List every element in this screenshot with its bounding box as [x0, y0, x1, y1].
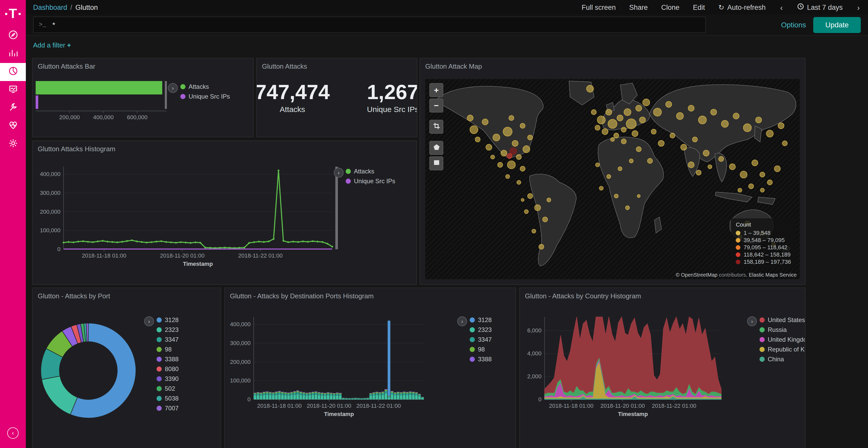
legend-item[interactable]: 3128 — [157, 316, 179, 323]
legend-item[interactable]: Russia — [760, 326, 805, 334]
map-bubble[interactable] — [602, 129, 608, 134]
map-bubble[interactable] — [766, 130, 773, 137]
map-bubble[interactable] — [666, 101, 672, 107]
legend-toggle-chevron[interactable]: › — [747, 316, 757, 326]
map-bubble[interactable] — [721, 120, 728, 127]
map-bubble[interactable] — [534, 205, 540, 211]
legend-item[interactable]: Unique Src IPs — [180, 93, 230, 100]
map-bubble[interactable] — [611, 138, 615, 142]
map-bubble[interactable] — [617, 115, 623, 121]
map-bubble[interactable] — [698, 116, 706, 124]
map-bubble[interactable] — [528, 135, 532, 140]
map-bubble[interactable] — [599, 186, 603, 191]
map-bubble[interactable] — [643, 99, 650, 106]
legend-item[interactable]: China — [760, 356, 805, 363]
legend-item[interactable]: 7007 — [157, 405, 179, 412]
map-bubble[interactable] — [636, 105, 642, 111]
legend-toggle-chevron[interactable]: › — [457, 316, 467, 326]
map-bubble[interactable] — [491, 155, 495, 159]
attacks-histogram-chart[interactable]: 0100,000200,000300,000400,0002018-11-18 … — [37, 161, 347, 279]
map-bubble[interactable] — [524, 210, 529, 214]
map-bubble[interactable] — [782, 141, 787, 146]
attacks-by-port-donut[interactable] — [37, 306, 145, 445]
rectangle-draw-button[interactable] — [429, 157, 443, 170]
legend-toggle-chevron[interactable]: › — [168, 83, 178, 93]
dest-ports-histogram-chart[interactable]: 0100,000200,000300,000400,0002018-11-18 … — [227, 311, 459, 429]
map-bubble[interactable] — [626, 119, 636, 129]
map-bubble[interactable] — [703, 150, 709, 156]
map-bubble[interactable] — [512, 140, 518, 146]
map-bubble[interactable] — [651, 129, 656, 134]
map-bubble[interactable] — [670, 133, 675, 138]
legend-item[interactable]: 502 — [157, 385, 179, 392]
map-bubble[interactable] — [625, 206, 629, 210]
map-bubble[interactable] — [767, 180, 772, 185]
map-bubble[interactable] — [624, 109, 631, 115]
map-bubble[interactable] — [774, 166, 780, 172]
map-bubble[interactable] — [608, 119, 617, 128]
sidebar-item-monitoring[interactable] — [0, 117, 26, 135]
attacks-bar-chart[interactable]: 200,000400,000600,000 — [35, 79, 205, 131]
country-histogram-chart[interactable]: 02,0004,0006,0002018-11-18 01:002018-11-… — [522, 311, 749, 429]
map-bubble[interactable] — [692, 137, 697, 142]
map-bubble[interactable] — [517, 154, 521, 160]
map-bubble[interactable] — [523, 146, 530, 153]
map-bubble[interactable] — [711, 109, 717, 115]
legend-item[interactable]: 3347 — [157, 336, 179, 343]
map-bubble[interactable] — [618, 167, 622, 171]
donut-slice-2323[interactable] — [41, 376, 77, 414]
map-bubble[interactable] — [637, 195, 641, 198]
zoom-in-button[interactable]: + — [429, 83, 443, 97]
legend-item[interactable]: 2323 — [157, 326, 179, 334]
map-bubble[interactable] — [607, 174, 611, 179]
legend-item[interactable]: 3388 — [470, 356, 492, 363]
map-bubble[interactable] — [688, 105, 694, 111]
map-bubble[interactable] — [470, 126, 478, 134]
map-bubble[interactable] — [636, 146, 641, 151]
map-bubble[interactable] — [729, 164, 735, 170]
sidebar-item-visualize[interactable] — [0, 45, 26, 63]
map-bubble[interactable] — [606, 109, 612, 115]
map-bubble[interactable] — [614, 133, 619, 138]
sidebar-item-timelion[interactable] — [0, 81, 26, 99]
map-bubble[interactable] — [595, 163, 599, 167]
collapse-sidebar-button[interactable]: ‹ — [7, 427, 19, 439]
legend-item[interactable]: 3347 — [470, 336, 492, 343]
map-bubble[interactable] — [640, 117, 645, 123]
map-bubble[interactable] — [719, 157, 723, 161]
legend-item[interactable]: Republic of Korea — [760, 346, 805, 353]
map-bubble[interactable] — [743, 124, 751, 132]
legend-toggle-chevron[interactable]: › — [144, 316, 154, 326]
map-bubble[interactable] — [632, 131, 638, 137]
map-bubble[interactable] — [708, 165, 712, 169]
map-bubble[interactable] — [740, 171, 747, 178]
map-bubble[interactable] — [749, 184, 753, 188]
ems-link[interactable]: Elastic Maps Service — [749, 272, 797, 278]
legend-item[interactable]: 3390 — [157, 375, 179, 382]
map-bubble[interactable] — [521, 199, 524, 202]
map-bubble[interactable] — [542, 217, 548, 222]
map-bubble[interactable] — [520, 123, 525, 128]
map-bubble[interactable] — [493, 134, 500, 141]
map-bubble[interactable] — [507, 153, 512, 159]
map-bubble[interactable] — [681, 144, 687, 150]
map-bubble[interactable] — [486, 144, 492, 150]
map-bubble[interactable] — [586, 85, 593, 92]
map-bubble[interactable] — [501, 150, 507, 156]
legend-item[interactable]: Unique Src IPs — [346, 177, 395, 185]
legend-item[interactable]: 5038 — [157, 395, 179, 402]
sidebar-item-discover[interactable] — [0, 27, 26, 45]
map-bubble[interactable] — [760, 172, 765, 177]
map-bubble[interactable] — [653, 108, 661, 116]
map-bubble[interactable] — [498, 162, 502, 167]
map-bubble[interactable] — [591, 110, 596, 114]
world-map[interactable]: + − — [425, 79, 800, 279]
map-bubble[interactable] — [760, 188, 765, 192]
sidebar-item-dev-tools[interactable] — [0, 99, 26, 117]
map-bubble[interactable] — [621, 127, 626, 132]
map-bubble[interactable] — [532, 229, 536, 233]
legend-item[interactable]: 2323 — [470, 326, 492, 334]
legend-item[interactable]: 3388 — [157, 356, 179, 363]
map-bubble[interactable] — [738, 188, 742, 192]
legend-item[interactable]: 98 — [157, 346, 179, 353]
